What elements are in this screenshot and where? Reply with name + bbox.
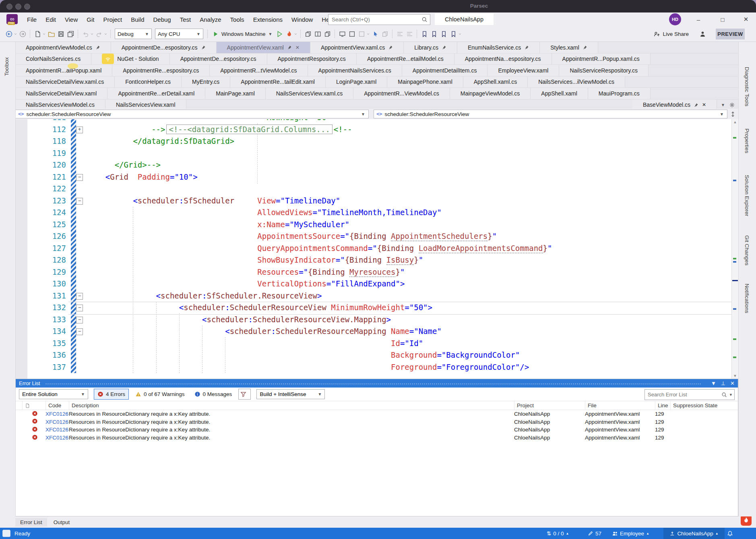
column-header-project[interactable]: Project [514,401,585,410]
tab-appointmentrespository-cs[interactable]: AppointmentRespository.cs [267,54,357,65]
sync-status[interactable]: ⇅0 / 0▲ [547,528,569,539]
save-icon[interactable] [56,29,66,39]
tab-enumnailsservice-cs[interactable]: EnumNailsService.cs [457,42,540,53]
gear-icon[interactable] [729,102,735,108]
tab-mainpageviewmodel-cs[interactable]: MainpageViewModel.cs [450,88,531,99]
close-icon[interactable]: ✕ [295,45,300,50]
tab-appointmentr-tviewmodel-cs[interactable]: AppointmentR...tViewModel.cs [210,65,308,76]
hot-reload-icon[interactable] [284,29,294,39]
scope-dropdown[interactable]: Entire Solution▼ [19,389,88,399]
tab-colornailsservices-cs[interactable]: ColorNailsServices.cs [15,54,91,65]
bookmark-next-icon[interactable] [439,29,448,39]
code-line-124[interactable]: AllowedViews="TimelineMonth,TimelineDay" [87,207,730,219]
undo-icon[interactable] [81,29,90,39]
menu-item-view[interactable]: View [60,16,82,23]
code-line-135[interactable]: Id="Id" [87,338,730,350]
paste-icon[interactable] [380,29,390,39]
traffic-light-close-icon[interactable] [6,4,12,10]
code-line-121[interactable]: <Grid Padding="10"> [87,171,730,183]
code-line-112[interactable]: --><!--<datagrid:SfDataGrid.Columns...<!… [87,124,730,136]
code-line-126[interactable]: AppointmentsSource="{Binding Appointment… [87,230,730,243]
editor-scrollbar[interactable]: ▲▼ [731,119,738,379]
tool-tab-toolbox[interactable]: Toolbox [4,57,10,76]
error-row[interactable]: XFC0126Resources in ResourceDictionary r… [16,434,738,442]
split-editor-icon[interactable] [730,111,736,117]
menu-item-extensions[interactable]: Extensions [249,16,287,23]
source-dropdown[interactable]: Build + IntelliSense▼ [256,389,325,399]
scroll-up-icon[interactable]: ▲ [732,119,738,125]
background-tasks-icon[interactable] [2,528,10,539]
run-button[interactable]: Windows Machine▼ [210,29,275,39]
fold-marker[interactable]: − [76,198,83,205]
pin-icon[interactable] [388,45,393,50]
menu-item-file[interactable]: File [23,16,41,23]
tab-employeeview-xaml[interactable]: EmployeeView.xaml [487,65,559,76]
any-cpu-dropdown[interactable]: Any CPU▼ [155,29,203,39]
menu-item-analyze[interactable]: Analyze [195,16,225,23]
pin-icon[interactable] [287,45,292,50]
tab-appointmentr-ailpopup-xaml[interactable]: AppointmentR...ailPopup.xaml [15,65,112,76]
pin-icon[interactable] [583,45,587,50]
window-position-icon[interactable]: ▼ [711,380,716,386]
forward-icon[interactable] [18,29,27,39]
warnings-filter-button[interactable]: 0 of 67 Warnings [132,389,188,399]
feedback-icon[interactable] [699,31,706,37]
fold-marker[interactable]: + [76,126,83,133]
menu-item-debug[interactable]: Debug [149,16,176,23]
debug-dropdown[interactable]: Debug▼ [115,29,152,39]
tool-tab-git-changes[interactable]: Git Changes [744,235,750,265]
tool-tab-properties[interactable]: Properties [744,129,750,153]
maximize-button[interactable]: □ [713,12,732,26]
tab-nailsservices-ilviewmodel-cs[interactable]: NailsServices...ilViewModel.cs [528,77,625,88]
open-folder-icon[interactable] [46,29,56,39]
error-row[interactable]: XFC0126Resources in ResourceDictionary r… [16,426,738,434]
code-line-132[interactable]: <scheduler:SchedulerResourceView Minimum… [87,302,730,314]
chevron-down-icon[interactable] [104,29,108,39]
menu-item-edit[interactable]: Edit [41,16,60,23]
split-window-icon[interactable] [313,29,322,39]
tab-appointmentde-espository-cs[interactable]: AppointmentDe...espository.cs [111,42,217,53]
screen-icon[interactable] [337,29,347,39]
tab-nuget-solution[interactable]: NuGet - Solution [91,54,170,65]
error-search-box[interactable]: ▼ [644,389,735,400]
tab-list-chevron-icon[interactable]: ▼ [721,103,725,107]
tab-appointmentre-etailmodel-cs[interactable]: AppointmentRe...etailModel.cs [357,54,454,65]
tab-nailsservicedetailview-xaml-cs[interactable]: NailsServiceDetailView.xaml.cs [15,77,115,88]
column-header-file[interactable]: File [585,401,655,410]
pin-icon[interactable] [694,103,698,107]
tab-appointmentdetailitem-cs[interactable]: AppointmentDetailItem.cs [402,65,488,76]
bookmark-prev-icon[interactable] [429,29,439,39]
tab-myentry-cs[interactable]: MyEntry.cs [182,77,230,88]
chevron-down-icon[interactable] [366,29,370,39]
code-line-134[interactable]: <scheduler:SchedulerResourceMapping Name… [87,325,730,338]
code-line-123[interactable]: <scheduler:SfScheduler View="TimelineDay… [87,195,730,207]
tab-appshell-xaml[interactable]: AppShell.xaml [531,88,588,99]
menu-item-build[interactable]: Build [126,16,149,23]
parsec-overlay-icon[interactable] [741,515,752,526]
find-in-files-icon[interactable] [303,29,313,39]
code-line-136[interactable]: Background="BackgroundColor" [87,349,730,361]
tab-appointmentna-espository-cs[interactable]: AppointmentNa...espository.cs [454,54,552,65]
chevron-down-icon[interactable] [90,29,94,39]
package-icon[interactable] [357,29,366,39]
code-line-133[interactable]: <scheduler:SchedulerResourceView.Mapping… [87,314,730,326]
code-line-120[interactable]: </Grid>--> [87,159,730,171]
element-dropdown-left[interactable]: <> scheduler:SchedulerResourceView ▼ [15,110,369,118]
tab-fonticonhelper-cs[interactable]: FontIconHelper.cs [115,77,182,88]
code-line-111[interactable]: RowHeight="50" [87,119,730,124]
new-project-icon[interactable] [33,29,42,39]
indent-decrease-icon[interactable] [395,29,405,39]
avatar[interactable]: HD [669,13,681,25]
traffic-light-minimize-icon[interactable] [15,4,21,10]
fold-marker[interactable]: − [76,328,83,335]
repository-selector[interactable]: ChloeNailsApp▲ [663,528,725,539]
code-line-118[interactable]: </datagrid:SfDataGrid> [87,135,730,147]
menu-item-window[interactable]: Window [287,16,317,23]
pin-icon[interactable] [442,45,446,50]
branch-selector[interactable]: Employee▲ [612,528,649,539]
filter-button[interactable] [238,389,251,400]
error-row[interactable]: XFC0126Resources in ResourceDictionary r… [16,418,738,426]
chevron-down-icon[interactable] [14,29,18,39]
column-header-suppression-state[interactable]: Suppression State [670,401,732,410]
cursor-icon[interactable] [370,29,380,39]
